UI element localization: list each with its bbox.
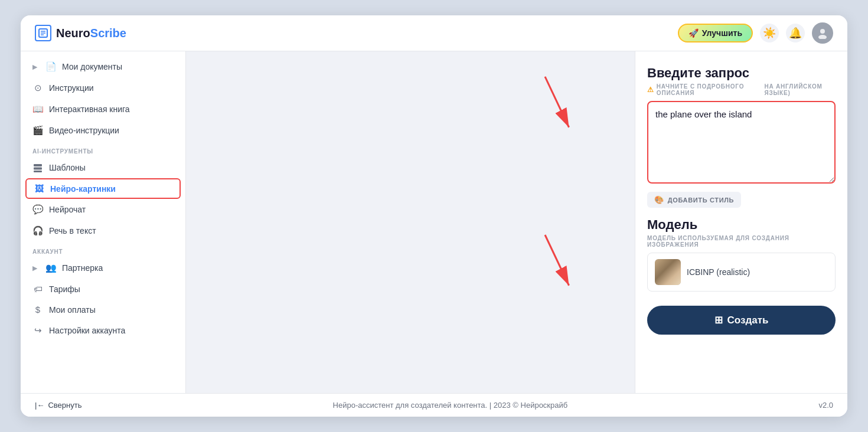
query-textarea[interactable] bbox=[647, 101, 836, 184]
model-name: ICBINP (realistic) bbox=[687, 267, 750, 277]
dollar-icon: $ bbox=[32, 305, 43, 315]
sidebar-item-label: Речь в текст bbox=[49, 226, 96, 235]
sidebar-item-label: Шаблоны bbox=[49, 163, 86, 172]
create-button[interactable]: ⊞ Создать bbox=[647, 306, 836, 335]
sidebar-item-payments[interactable]: $ Мои оплаты bbox=[21, 299, 185, 320]
my-docs-icon: 📄 bbox=[45, 61, 56, 72]
sidebar-item-label: Мои оплаты bbox=[49, 305, 96, 315]
collapse-icon: |← bbox=[35, 401, 44, 410]
sidebar-item-label: Настройки аккаунта bbox=[49, 326, 125, 335]
sidebar-item-label: Нейро-картинки bbox=[50, 184, 116, 194]
sidebar-item-label: Партнерка bbox=[62, 263, 103, 273]
right-panel: Введите запрос ⚠ НАЧНИТЕ С ПОДРОБНОГО ОП… bbox=[635, 51, 847, 393]
sidebar-item-neuro-images[interactable]: 🖼 Нейро-картинки bbox=[25, 178, 181, 199]
svg-rect-6 bbox=[34, 164, 42, 166]
sun-icon[interactable]: ☀️ bbox=[760, 24, 779, 42]
svg-point-5 bbox=[818, 35, 827, 39]
sidebar-item-account-settings[interactable]: ↪ Настройки аккаунта bbox=[21, 320, 185, 341]
warning-icon: ⚠ bbox=[647, 86, 654, 94]
sidebar-item-interactive-book[interactable]: 📖 Интерактивная книга bbox=[21, 99, 185, 120]
account-section-label: АККАУНТ bbox=[21, 241, 185, 257]
sidebar-item-label: Нейрочат bbox=[49, 205, 86, 214]
ai-tools-section-label: AI-ИНСТРУМЕНТЫ bbox=[21, 141, 185, 157]
footer-copyright: Нейро-ассистент для создателей контента.… bbox=[333, 401, 568, 410]
settings-icon: ↪ bbox=[32, 325, 43, 336]
query-section: Введите запрос ⚠ НАЧНИТЕ С ПОДРОБНОГО ОП… bbox=[647, 66, 836, 208]
sidebar-item-label: Тарифы bbox=[49, 284, 80, 294]
image-icon: 🖼 bbox=[34, 184, 44, 194]
add-style-button[interactable]: 🎨 добавить стиль bbox=[647, 192, 741, 208]
svg-rect-8 bbox=[34, 171, 42, 172]
sidebar-item-templates[interactable]: Шаблоны bbox=[21, 157, 185, 178]
sidebar-item-speech-to-text[interactable]: 🎧 Речь в текст bbox=[21, 220, 185, 241]
app-window: NeuroScribe 🚀 Улучшить ☀️ 🔔 ▶ 📄 bbox=[21, 15, 847, 417]
sidebar-item-label: Видео-инструкции bbox=[49, 126, 119, 135]
sidebar-item-label: Инструкции bbox=[49, 83, 94, 93]
upgrade-button[interactable]: 🚀 Улучшить bbox=[678, 24, 753, 42]
upgrade-label: Улучшить bbox=[702, 28, 742, 38]
collapse-label: Свернуть bbox=[48, 401, 81, 410]
sidebar-item-my-docs[interactable]: ▶ 📄 Мои документы bbox=[21, 56, 185, 77]
svg-line-11 bbox=[545, 77, 569, 127]
logo-icon bbox=[35, 25, 51, 41]
svg-rect-7 bbox=[34, 168, 42, 170]
create-icon: ⊞ bbox=[714, 314, 723, 326]
model-subtitle: МОДЕЛЬ ИСПОЛЬЗУЕМАЯ ДЛЯ СОЗДАНИЯ ИЗОБРАЖ… bbox=[647, 235, 836, 248]
header: NeuroScribe 🚀 Улучшить ☀️ 🔔 bbox=[21, 15, 847, 51]
query-subtitle: ⚠ НАЧНИТЕ С ПОДРОБНОГО ОПИСАНИЯ НА АНГЛИ… bbox=[647, 83, 836, 96]
sidebar: ▶ 📄 Мои документы ⊙ Инструкции 📖 Интерак… bbox=[21, 51, 186, 393]
model-section: Модель МОДЕЛЬ ИСПОЛЬЗУЕМАЯ ДЛЯ СОЗДАНИЯ … bbox=[647, 217, 836, 292]
footer: |← Свернуть Нейро-ассистент для создател… bbox=[21, 393, 847, 417]
upgrade-icon: 🚀 bbox=[688, 28, 699, 38]
sidebar-item-video-instructions[interactable]: 🎬 Видео-инструкции bbox=[21, 120, 185, 141]
collapse-button[interactable]: |← Свернуть bbox=[35, 401, 81, 410]
headphones-icon: 🎧 bbox=[32, 225, 43, 236]
add-style-label: добавить стиль bbox=[668, 197, 735, 204]
model-thumbnail bbox=[655, 259, 681, 285]
logo-neuro: NeuroScribe bbox=[56, 27, 126, 40]
chevron-icon: ▶ bbox=[32, 63, 37, 71]
logo: NeuroScribe bbox=[35, 25, 126, 41]
model-card[interactable]: ICBINP (realistic) bbox=[647, 253, 836, 292]
video-icon: 🎬 bbox=[32, 125, 43, 136]
templates-icon bbox=[32, 162, 43, 173]
main-layout: ▶ 📄 Мои документы ⊙ Инструкции 📖 Интерак… bbox=[21, 51, 847, 393]
sidebar-item-tariffs[interactable]: 🏷 Тарифы bbox=[21, 279, 185, 299]
header-right: 🚀 Улучшить ☀️ 🔔 bbox=[678, 22, 833, 44]
sidebar-item-label: Мои документы bbox=[62, 62, 122, 71]
content-area bbox=[186, 51, 635, 393]
create-label: Создать bbox=[727, 315, 769, 326]
avatar[interactable] bbox=[812, 22, 833, 44]
model-thumb-image bbox=[655, 259, 681, 285]
add-style-icon: 🎨 bbox=[654, 195, 664, 204]
footer-version: v2.0 bbox=[818, 401, 833, 410]
tag-icon: 🏷 bbox=[32, 284, 43, 294]
sidebar-item-partner[interactable]: ▶ 👥 Партнерка bbox=[21, 257, 185, 279]
sidebar-item-instructions[interactable]: ⊙ Инструкции bbox=[21, 77, 185, 99]
sidebar-item-neuro-chat[interactable]: 💬 Нейрочат bbox=[21, 199, 185, 220]
instructions-icon: ⊙ bbox=[32, 83, 43, 93]
svg-line-12 bbox=[545, 235, 569, 286]
book-icon: 📖 bbox=[32, 104, 43, 114]
query-title: Введите запрос bbox=[647, 66, 836, 81]
chat-icon: 💬 bbox=[32, 204, 43, 215]
bell-icon[interactable]: 🔔 bbox=[786, 24, 805, 42]
sidebar-item-label: Интерактивная книга bbox=[49, 104, 130, 114]
partner-icon: 👥 bbox=[45, 263, 56, 273]
chevron-icon: ▶ bbox=[32, 264, 37, 272]
svg-point-4 bbox=[820, 29, 825, 34]
model-title: Модель bbox=[647, 217, 836, 233]
